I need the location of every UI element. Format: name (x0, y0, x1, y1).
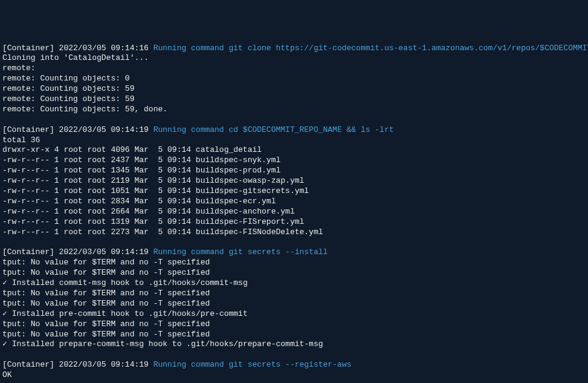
log-line: tput: No value for $TERM and no -T speci… (2, 299, 586, 309)
log-line: -rw-r--r-- 1 root root 1051 Mar 5 09:14 … (2, 186, 586, 197)
log-command: Running command cd $CODECOMMIT_REPO_NAME… (153, 125, 394, 134)
log-line (2, 237, 586, 247)
log-line: remote: (2, 64, 586, 74)
log-line: remote: Counting objects: 59 (2, 84, 586, 94)
log-line: remote: Counting objects: 59, done. (2, 105, 586, 115)
log-line: -rw-r--r-- 1 root root 2273 Mar 5 09:14 … (2, 228, 586, 238)
log-line: [Container] 2022/03/05 09:14:19 Running … (2, 247, 586, 258)
log-prefix: [Container] 2022/03/05 09:14:19 (2, 360, 153, 369)
log-line: [Container] 2022/03/05 09:14:16 Running … (2, 44, 586, 54)
log-line (2, 350, 586, 360)
log-line: drwxr-xr-x 4 root root 4096 Mar 5 09:14 … (2, 145, 586, 155)
log-command: Running command git secrets --register-a… (153, 360, 352, 369)
log-line: remote: Counting objects: 0 (2, 74, 586, 84)
log-line: -rw-r--r-- 1 root root 1319 Mar 5 09:14 … (2, 217, 586, 228)
log-line: ✓ Installed pre-commit hook to .git/hook… (2, 309, 586, 319)
log-line: -rw-r--r-- 1 root root 2664 Mar 5 09:14 … (2, 207, 586, 217)
log-prefix: [Container] 2022/03/05 09:14:19 (2, 125, 153, 134)
log-command: Running command git clone https://git-co… (153, 44, 588, 53)
log-line: -rw-r--r-- 1 root root 2119 Mar 5 09:14 … (2, 176, 586, 186)
log-line: remote: Counting objects: 59 (2, 94, 586, 105)
log-line: Cloning into 'CatalogDetail'... (2, 53, 586, 64)
log-line: total 36 (2, 136, 586, 146)
log-line: tput: No value for $TERM and no -T speci… (2, 330, 586, 340)
log-prefix: [Container] 2022/03/05 09:14:19 (2, 247, 153, 257)
log-line: -rw-r--r-- 1 root root 2834 Mar 5 09:14 … (2, 197, 586, 207)
log-line: OK (2, 370, 586, 381)
log-line (2, 115, 586, 125)
terminal-output: [Container] 2022/03/05 09:14:16 Running … (2, 44, 586, 383)
log-command: Running command git secrets --install (153, 247, 328, 257)
log-line: tput: No value for $TERM and no -T speci… (2, 289, 586, 299)
log-line: tput: No value for $TERM and no -T speci… (2, 268, 586, 278)
log-line: ✓ Installed prepare-commit-msg hook to .… (2, 339, 586, 350)
log-line: -rw-r--r-- 1 root root 1345 Mar 5 09:14 … (2, 166, 586, 176)
log-line: -rw-r--r-- 1 root root 2437 Mar 5 09:14 … (2, 155, 586, 166)
log-line: [Container] 2022/03/05 09:14:19 Running … (2, 360, 586, 370)
log-line: [Container] 2022/03/05 09:14:19 Running … (2, 125, 586, 136)
log-line: tput: No value for $TERM and no -T speci… (2, 258, 586, 268)
log-line: ✓ Installed commit-msg hook to .git/hook… (2, 278, 586, 289)
log-prefix: [Container] 2022/03/05 09:14:16 (2, 44, 153, 53)
log-line (2, 381, 586, 383)
log-line: tput: No value for $TERM and no -T speci… (2, 319, 586, 330)
